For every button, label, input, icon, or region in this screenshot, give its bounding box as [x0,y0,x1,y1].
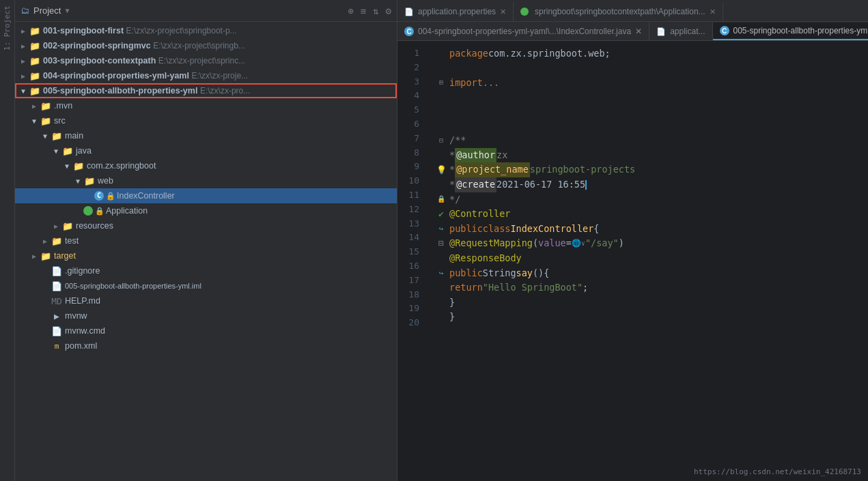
line-numbers: 1 2 3 4 5 6 7 8 9 10 11 12 13 14 15 16 1… [397,41,425,481]
tab-icon-sb [520,8,529,16]
tree-item-web[interactable]: ▼ 📁 web [15,173,397,188]
tree-item-src[interactable]: ▼ 📁 src [15,113,397,128]
tree-item-mvn[interactable]: ▶ 📁 .mvn [15,98,397,113]
code-line-2 [433,61,868,76]
arrow-com-zx: ▼ [61,162,72,170]
arrow-001: ▶ [18,27,29,35]
tree-item-test[interactable]: ▶ 📁 test [15,233,397,248]
check-12: ✔ [433,207,449,222]
tab-label-props1: application.properties [418,7,496,16]
tree-item-target[interactable]: ▶ 📁 target [15,248,397,263]
code-editor[interactable]: 1 2 3 4 5 6 7 8 9 10 11 12 13 14 15 16 1… [397,41,868,481]
project-tree: ▶ 📁 001-springboot-first E:\zx\zx-projec… [15,22,397,481]
tab-index-controller-004[interactable]: C 004-springboot-properties-yml-yaml\...… [397,23,649,40]
tab-close-props1[interactable]: ✕ [500,8,506,16]
dropdown-icon[interactable]: ▼ [65,7,69,14]
code-line-9: 💡 * @project_name springboot-projects [433,162,868,177]
code-line-11: 🔒 */ [433,192,868,207]
tab-label-applicat: applicat... [670,27,705,36]
collapse-javadoc[interactable]: ⊟ [439,135,443,146]
folder-icon-005: 📁 [29,86,41,96]
arrow-java: ▼ [51,147,61,155]
check-13: ↪ [433,223,449,235]
tree-item-iml[interactable]: 📄 005-springboot-allboth-properties-yml.… [15,278,397,293]
tree-item-pom[interactable]: m pom.xml [15,338,397,353]
settings-icon[interactable]: ⚙ [386,5,391,16]
folder-icon-target: 📁 [40,251,52,261]
folder-icon-main: 📁 [51,131,63,141]
tab-application-sb[interactable]: springboot\springbootcontextpath\Applica… [514,2,723,21]
tab-label-sb: springboot\springbootcontextpath\Applica… [535,7,705,16]
code-line-12: ✔ @Controller [433,207,868,222]
tree-item-java[interactable]: ▼ 📁 java [15,143,397,158]
tab-applicat[interactable]: 📄 applicat... [649,23,712,40]
app-access-icon: 🔒 [95,207,104,216]
arrow-target: ▶ [29,252,40,260]
tab-label-004: 004-springboot-properties-yml-yaml\...\I… [418,27,631,36]
arrow-src: ▼ [29,117,40,125]
tree-item-com-zx[interactable]: ▼ 📁 com.zx.springboot [15,158,397,173]
check-16: ↪ [433,267,449,280]
watermark: https://blog.csdn.net/weixin_42168713 [694,466,861,478]
code-line-19: } [433,310,868,325]
tree-item-mvnw[interactable]: ▶ mvnw [15,308,397,323]
folder-icon: 🗂 [20,5,29,16]
expand-icon[interactable]: ⇅ [373,5,378,16]
code-line-17: return "Hello SpringBoot"; [433,280,868,295]
tree-item-application[interactable]: 🔒 Application [15,203,397,218]
code-line-20 [433,325,868,339]
folder-icon-web: 📁 [83,176,96,186]
arrow-main: ▼ [40,132,51,140]
tab-icon-004: C [404,27,414,36]
tab-bar-row1: 📄 application.properties ✕ springboot\sp… [397,0,868,22]
folder-icon-test: 📁 [51,236,63,246]
project-sidebar: 🗂 Project ▼ ⊕ ≡ ⇅ ⚙ ▶ 📁 001-springboot-f… [15,0,397,481]
tree-item-003[interactable]: ▶ 📁 003-springboot-contextpath E:\zx\zx-… [15,53,397,68]
tree-item-002[interactable]: ▶ 📁 002-springboot-springmvc E:\zx\zx-pr… [15,38,397,53]
collapse-import[interactable]: ⊞ [439,77,443,88]
arrow-web: ▼ [72,177,83,185]
tab-label-005: 005-springboot-allboth-properties-yml\..… [733,26,868,35]
file-icon-pom: m [51,342,63,351]
arrow-004: ▶ [18,72,29,80]
file-icon-mvnw: ▶ [51,311,63,321]
arrow-resources: ▶ [51,222,61,230]
file-icon-iml: 📄 [51,281,63,291]
tree-item-help[interactable]: MD HELP.md [15,293,397,308]
code-line-13: ↪ public class IndexController { [433,222,868,237]
tree-item-main[interactable]: ▼ 📁 main [15,128,397,143]
folder-icon-004: 📁 [29,71,41,81]
tree-item-resources[interactable]: ▶ 📁 resources [15,218,397,233]
code-content[interactable]: package com.zx.springboot.web; ⊞ import … [425,41,868,481]
tab-index-controller-005[interactable]: C 005-springboot-allboth-properties-yml\… [713,23,868,40]
folder-icon-001: 📁 [29,26,41,36]
tree-item-001[interactable]: ▶ 📁 001-springboot-first E:\zx\zx-projec… [15,23,397,38]
tree-item-mvnwcmd[interactable]: 📄 mvnw.cmd [15,323,397,338]
tree-item-004[interactable]: ▶ 📁 004-springboot-properties-yml-yaml E… [15,68,397,83]
tab-application-properties[interactable]: 📄 application.properties ✕ [397,2,514,21]
tab-bar-row2: C 004-springboot-properties-yml-yaml\...… [397,22,868,41]
file-icon-git: 📄 [51,266,63,276]
code-line-7: ⊟ /** [433,133,868,148]
folder-icon-src: 📁 [40,116,52,126]
code-line-14: ⊟ @RequestMapping(value = 🌐∨"/say") [433,236,868,251]
locate-icon[interactable]: ⊕ [348,5,353,16]
tree-item-gitignore[interactable]: 📄 .gitignore [15,263,397,278]
arrow-005: ▼ [18,87,29,95]
code-line-16: ↪ public String say(){ [433,266,868,281]
tab-close-sb[interactable]: ✕ [710,8,716,16]
sidebar-header-left: 🗂 Project ▼ [20,5,70,16]
collapse-all-icon[interactable]: ≡ [361,5,366,16]
tree-item-index-controller[interactable]: C 🔒 IndexController [15,188,397,203]
arrow-mvn: ▶ [29,102,40,110]
sidebar-title: Project [33,5,61,16]
project-tool-window-tab[interactable]: 1: Project [0,0,15,481]
tree-item-005[interactable]: ▼ 📁 005-springboot-allboth-properties-ym… [15,83,397,98]
class-icon-index: C [94,191,104,201]
code-line-18: } [433,295,868,310]
folder-icon-com-zx: 📁 [72,161,85,171]
file-icon-mvnwcmd: 📄 [51,326,63,336]
tab-close-004[interactable]: ✕ [635,27,642,36]
code-line-6 [433,119,868,133]
sidebar-header: 🗂 Project ▼ ⊕ ≡ ⇅ ⚙ [15,0,397,22]
